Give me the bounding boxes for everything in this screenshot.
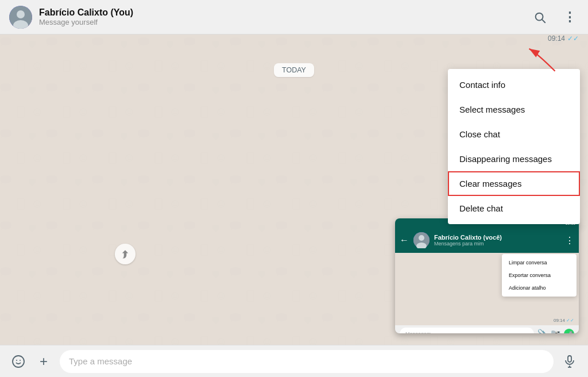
svg-point-1 bbox=[17, 10, 25, 18]
contact-status: Message yourself bbox=[39, 18, 531, 26]
phone-camera-icon: 📷 bbox=[551, 329, 560, 333]
phone-back-icon: ← bbox=[400, 235, 409, 245]
chat-header: Fabrício Calixto (You) Message yourself … bbox=[0, 0, 588, 34]
svg-rect-17 bbox=[568, 356, 571, 362]
date-separator: TODAY bbox=[274, 63, 314, 77]
search-icon[interactable] bbox=[531, 8, 549, 26]
phone-menu-icon: ⋮ bbox=[565, 235, 574, 246]
message-input[interactable] bbox=[60, 350, 554, 373]
svg-point-16 bbox=[20, 360, 21, 361]
svg-point-14 bbox=[13, 356, 24, 367]
red-arrow-annotation bbox=[525, 43, 559, 78]
mic-icon[interactable] bbox=[560, 352, 579, 371]
header-actions: ⋮ bbox=[531, 8, 579, 26]
phone-contact-name: Fabrício Calixto (você) bbox=[434, 234, 560, 241]
menu-item-close-chat[interactable]: Close chat bbox=[448, 122, 580, 147]
phone-read-receipt: ✓✓ bbox=[566, 318, 574, 323]
menu-item-select-messages[interactable]: Select messages bbox=[448, 97, 580, 122]
menu-item-contact-info[interactable]: Contact info bbox=[448, 72, 580, 97]
svg-point-15 bbox=[16, 360, 17, 361]
menu-item-delete-chat[interactable]: Delete chat bbox=[448, 196, 580, 221]
context-dropdown-menu: Contact info Select messages Close chat … bbox=[448, 69, 580, 224]
phone-message-input: Mensagem bbox=[400, 328, 534, 333]
message-input-bar: + bbox=[0, 345, 588, 377]
emoji-icon[interactable] bbox=[9, 352, 28, 371]
svg-point-11 bbox=[419, 235, 424, 241]
menu-item-clear-messages[interactable]: Clear messages bbox=[448, 171, 580, 196]
phone-mic-icon: 🎤 bbox=[564, 329, 574, 333]
phone-contact-sub: Mensagens para mim bbox=[434, 241, 560, 247]
chat-area: 09:14 ✓✓ TODAY ⊙ ▲ ✦ 90% 13:11 ← bbox=[0, 34, 588, 345]
message-timestamp: 09:14 ✓✓ bbox=[548, 34, 579, 43]
attach-icon[interactable]: + bbox=[34, 352, 53, 371]
svg-line-4 bbox=[542, 20, 545, 22]
menu-item-disappearing-messages[interactable]: Disappearing messages bbox=[448, 147, 580, 171]
phone-message-time: 09:14 ✓✓ bbox=[554, 318, 574, 323]
contact-name: Fabrício Calixto (You) bbox=[39, 7, 531, 18]
reply-icon[interactable] bbox=[115, 244, 136, 264]
phone-screenshot: ⊙ ▲ ✦ 90% 13:11 ← Fabrício Calixto (você… bbox=[395, 218, 579, 333]
phone-chat-body: Limpar conversa Exportar conversa Adicio… bbox=[395, 253, 579, 325]
phone-avatar bbox=[413, 232, 430, 248]
phone-contact-info: Fabrício Calixto (você) Mensagens para m… bbox=[434, 234, 560, 247]
avatar-initials bbox=[9, 6, 32, 29]
phone-action-icons: 📎 📷 🎤 bbox=[537, 329, 574, 333]
phone-menu-item-1: Limpar conversa bbox=[502, 256, 577, 269]
phone-dropdown-menu: Limpar conversa Exportar conversa Adicio… bbox=[502, 254, 577, 297]
phone-attach-icon: 📎 bbox=[537, 329, 547, 333]
read-receipt-icon: ✓✓ bbox=[567, 34, 579, 43]
phone-menu-item-3: Adicionar atalho bbox=[502, 282, 577, 294]
phone-chat-header: ← Fabrício Calixto (você) Mensagens para… bbox=[395, 228, 579, 253]
phone-menu-item-2: Exportar conversa bbox=[502, 269, 577, 282]
phone-input-bar: Mensagem 📎 📷 🎤 bbox=[395, 325, 579, 333]
avatar[interactable] bbox=[9, 6, 32, 29]
more-options-icon[interactable]: ⋮ bbox=[560, 8, 579, 26]
contact-info-block[interactable]: Fabrício Calixto (You) Message yourself bbox=[39, 7, 531, 26]
